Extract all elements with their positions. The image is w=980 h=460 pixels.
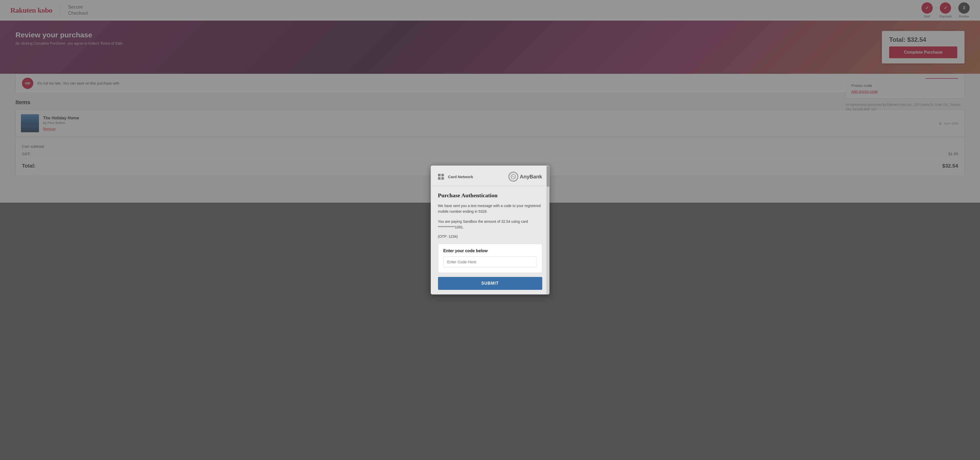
scrollbar-thumb	[547, 166, 549, 187]
submit-button[interactable]: SUBMIT	[438, 277, 542, 290]
card-network-logo: Card Network	[438, 174, 473, 180]
card-network-grid-icon	[438, 174, 444, 180]
modal-scrollbar[interactable]	[546, 165, 549, 295]
modal-body: Purchase Authentication We have sent you…	[431, 186, 549, 295]
modal-otp-hint: (OTP: 1234)	[438, 235, 542, 238]
modal-overlay: Card Network AnyBank Purchase Authentica…	[0, 0, 980, 460]
card-network-label: Card Network	[448, 174, 473, 179]
code-input[interactable]	[444, 256, 537, 267]
anybank-text: AnyBank	[520, 174, 542, 180]
modal-title: Purchase Authentication	[438, 192, 542, 199]
modal-code-section: Enter your code below	[438, 244, 542, 273]
purchase-auth-modal: Card Network AnyBank Purchase Authentica…	[431, 165, 549, 295]
anybank-icon-svg	[511, 174, 516, 179]
anybank-logo: AnyBank	[509, 172, 542, 181]
modal-header: Card Network AnyBank	[431, 165, 549, 186]
modal-code-label: Enter your code below	[444, 249, 537, 253]
modal-desc-1: We have sent you a text message with a c…	[438, 203, 542, 214]
anybank-circle-icon	[509, 172, 518, 181]
modal-desc-2: You are paying Sandbox the amount of 32.…	[438, 219, 542, 230]
